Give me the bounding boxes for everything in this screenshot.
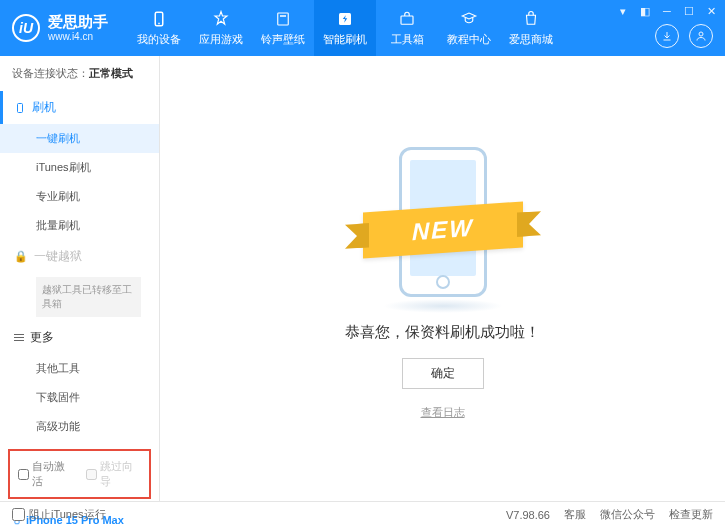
new-ribbon: NEW [363, 201, 523, 258]
maximize-button[interactable]: ☐ [681, 4, 697, 18]
nav-smart-flash[interactable]: 智能刷机 [314, 0, 376, 56]
tutorial-icon [459, 9, 479, 29]
svg-rect-5 [401, 16, 413, 24]
nav-toolbox[interactable]: 工具箱 [376, 0, 438, 56]
close-button[interactable]: ✕ [703, 4, 719, 18]
sidebar-pro-flash[interactable]: 专业刷机 [0, 182, 159, 211]
nav-my-devices[interactable]: 我的设备 [128, 0, 190, 56]
minimize-button[interactable]: ─ [659, 4, 675, 18]
svg-rect-7 [18, 103, 23, 112]
svg-rect-2 [278, 13, 289, 25]
connection-status: 设备连接状态：正常模式 [0, 56, 159, 91]
nav-ringtones[interactable]: 铃声壁纸 [252, 0, 314, 56]
success-illustration: NEW [353, 137, 533, 307]
menu-icon[interactable]: ▾ [615, 4, 631, 18]
logo-icon: iU [12, 14, 40, 42]
footer-check-update[interactable]: 检查更新 [669, 507, 713, 522]
ringtone-icon [273, 9, 293, 29]
block-itunes-checkbox[interactable]: 阻止iTunes运行 [12, 507, 106, 522]
svg-point-6 [699, 32, 703, 36]
sidebar-batch-flash[interactable]: 批量刷机 [0, 211, 159, 240]
svg-rect-3 [280, 15, 286, 17]
device-icon [149, 9, 169, 29]
footer-wechat[interactable]: 微信公众号 [600, 507, 655, 522]
sidebar-other-tools[interactable]: 其他工具 [0, 354, 159, 383]
skip-guide-checkbox[interactable]: 跳过向导 [86, 459, 142, 489]
download-button[interactable] [655, 24, 679, 48]
user-button[interactable] [689, 24, 713, 48]
section-jailbreak[interactable]: 🔒一键越狱 [0, 240, 159, 273]
section-flash[interactable]: 刷机 [0, 91, 159, 124]
lock-icon: 🔒 [14, 250, 28, 263]
app-title: 爱思助手 [48, 13, 108, 31]
nav-tutorials[interactable]: 教程中心 [438, 0, 500, 56]
view-log-link[interactable]: 查看日志 [421, 405, 465, 420]
success-message: 恭喜您，保资料刷机成功啦！ [345, 323, 540, 342]
auto-activate-checkbox[interactable]: 自动激活 [18, 459, 74, 489]
section-more[interactable]: 更多 [0, 321, 159, 354]
app-url: www.i4.cn [48, 31, 108, 43]
footer-support[interactable]: 客服 [564, 507, 586, 522]
sidebar-itunes-flash[interactable]: iTunes刷机 [0, 153, 159, 182]
jailbreak-note: 越狱工具已转移至工具箱 [36, 277, 141, 317]
hamburger-icon [14, 334, 24, 341]
options-box: 自动激活 跳过向导 [8, 449, 151, 499]
sidebar-download-firmware[interactable]: 下载固件 [0, 383, 159, 412]
sidebar-advanced[interactable]: 高级功能 [0, 412, 159, 441]
ok-button[interactable]: 确定 [402, 358, 484, 389]
flash-icon [335, 9, 355, 29]
version-label: V7.98.66 [506, 509, 550, 521]
store-icon [521, 9, 541, 29]
apps-icon [211, 9, 231, 29]
app-logo: iU 爱思助手 www.i4.cn [12, 13, 108, 43]
nav-store[interactable]: 爱思商城 [500, 0, 562, 56]
skin-icon[interactable]: ◧ [637, 4, 653, 18]
nav-apps-games[interactable]: 应用游戏 [190, 0, 252, 56]
sidebar-one-click-flash[interactable]: 一键刷机 [0, 124, 159, 153]
toolbox-icon [397, 9, 417, 29]
